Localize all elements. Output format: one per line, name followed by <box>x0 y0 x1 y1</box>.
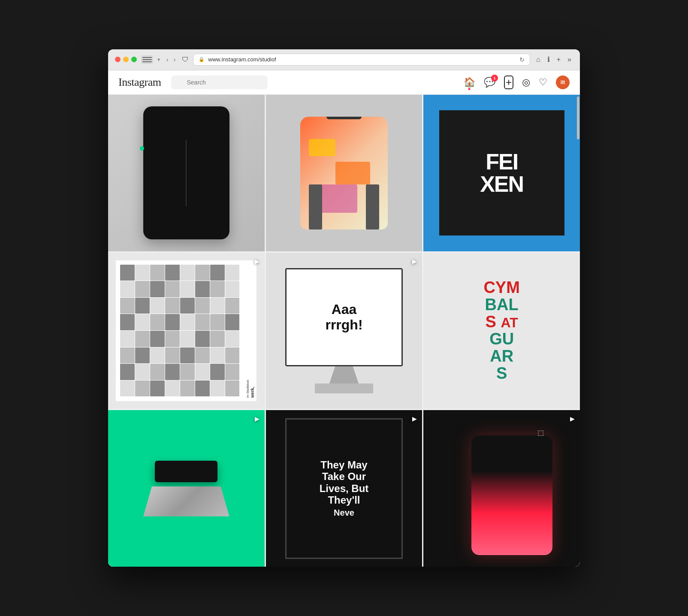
cube <box>120 364 135 380</box>
post-9[interactable]: ⬚ ▶ <box>423 410 580 567</box>
red-glow <box>471 471 553 555</box>
post-8[interactable]: They MayTake OurLives, ButThey'llNeve ▶ <box>266 410 422 567</box>
cube <box>195 347 210 364</box>
search-input[interactable] <box>171 75 268 89</box>
activity-button[interactable]: ♡ <box>539 77 547 88</box>
cube <box>135 281 150 297</box>
address-bar[interactable]: 🔒 www.instagram.com/studiof ↻ <box>193 54 530 66</box>
phone-line <box>186 140 187 206</box>
monitor-screen: Aaarrrgh! <box>285 268 403 366</box>
instagram-app: Instagram 🔍 🏠 💬 1 <box>108 70 580 567</box>
explore-button[interactable]: ◎ <box>522 77 530 88</box>
cube <box>195 298 210 314</box>
post-3[interactable]: FEIXEN <box>423 95 580 251</box>
cube <box>120 265 135 281</box>
cymbals-line-1: CYM BAL S AT GU AR S <box>483 279 519 382</box>
user-avatar[interactable]: ilt <box>556 75 570 89</box>
nav-buttons: ‹ › <box>164 55 178 64</box>
cube <box>135 347 150 364</box>
cube <box>165 380 180 397</box>
post-4[interactable]: werk,im Stadtblock ▶ <box>108 253 265 409</box>
browser-more-button[interactable]: » <box>566 55 573 64</box>
instagram-header: Instagram 🔍 🏠 💬 1 <box>108 70 580 95</box>
cube <box>195 364 210 380</box>
scrollbar-track[interactable] <box>576 95 580 567</box>
cube <box>150 314 165 330</box>
cube <box>150 380 165 397</box>
post-7[interactable]: ▶ <box>108 410 265 567</box>
sidebar-toggle-button[interactable] <box>141 55 153 64</box>
new-post-button[interactable]: + <box>504 75 513 89</box>
post-2[interactable] <box>266 95 422 251</box>
cube <box>180 380 195 397</box>
browser-info-button[interactable]: ℹ <box>546 54 552 64</box>
video-play-icon: ▶ <box>412 415 417 422</box>
backpack-visual <box>289 106 398 239</box>
post-1[interactable] <box>108 95 265 251</box>
traffic-lights <box>115 57 137 62</box>
post-6-image: CYM BAL S AT GU AR S <box>423 253 580 409</box>
cube <box>210 265 225 281</box>
cymbals-s2: S <box>496 364 507 382</box>
cube <box>135 314 150 330</box>
browser-chrome: ▾ ‹ › 🛡 🔒 www.instagram.com/studiof ↻ ⌂ … <box>108 49 580 70</box>
cymbals-gu: GU <box>489 330 514 348</box>
cube <box>210 380 225 397</box>
maximize-button[interactable] <box>131 57 137 62</box>
post-5-image: Aaarrrgh! <box>266 253 422 409</box>
monitor-base <box>315 383 374 393</box>
reload-button[interactable]: ↻ <box>519 56 525 63</box>
werk-label: werk,im Stadtblock <box>244 260 256 401</box>
cube <box>165 314 180 330</box>
back-button[interactable]: ‹ <box>164 55 171 64</box>
cube <box>195 281 210 297</box>
cube <box>120 347 135 364</box>
cube <box>135 265 150 281</box>
backpack-stripe-2 <box>335 162 371 184</box>
minimize-button[interactable] <box>123 57 129 62</box>
forward-button[interactable]: › <box>172 55 178 64</box>
home-nav-button[interactable]: 🏠 <box>464 77 475 88</box>
backpack-strap-right <box>366 184 379 229</box>
cube <box>210 364 225 380</box>
device-pedestal <box>147 461 225 516</box>
messenger-nav-button[interactable]: 💬 1 <box>484 77 495 88</box>
explore-icon: ◎ <box>522 77 530 88</box>
browser-new-tab-button[interactable]: + <box>555 55 562 64</box>
sidebar-toggle-chevron-icon: ▾ <box>157 57 160 63</box>
cube <box>210 314 225 330</box>
cube <box>120 314 135 330</box>
browser-window: ▾ ‹ › 🛡 🔒 www.instagram.com/studiof ↻ ⌂ … <box>108 49 580 567</box>
cube <box>165 265 180 281</box>
feixen-text: FEIXEN <box>480 151 523 195</box>
post-6[interactable]: CYM BAL S AT GU AR S <box>423 253 580 409</box>
video-play-icon: ▶ <box>412 258 417 265</box>
post-7-image <box>108 410 265 567</box>
cube <box>225 298 240 314</box>
green-dot <box>140 146 144 151</box>
instagram-content: FEIXEN <box>108 95 580 567</box>
cube <box>165 281 180 297</box>
cube <box>225 347 240 364</box>
post-2-image <box>266 95 422 251</box>
scrollbar-thumb[interactable] <box>577 97 579 139</box>
cursor-icon: ⬚ <box>537 429 544 437</box>
post-3-image: FEIXEN <box>423 95 580 251</box>
cymbals-at: AT <box>501 315 518 330</box>
cube <box>165 331 180 347</box>
cymbals-ar: AR <box>490 347 513 365</box>
backpack-stripe-1 <box>309 139 335 156</box>
cube <box>210 281 225 297</box>
instagram-logo[interactable]: Instagram <box>118 76 161 89</box>
cube <box>195 380 210 397</box>
cube <box>120 298 135 314</box>
cube <box>195 331 210 347</box>
backpack-handle <box>326 117 362 119</box>
shield-icon: 🛡 <box>182 56 189 63</box>
cube <box>180 281 195 297</box>
post-5[interactable]: Aaarrrgh! ▶ <box>266 253 422 409</box>
browser-titlebar: ▾ ‹ › 🛡 🔒 www.instagram.com/studiof ↻ ⌂ … <box>115 54 573 70</box>
search-wrapper: 🔍 <box>171 75 291 89</box>
close-button[interactable] <box>115 57 121 62</box>
browser-home-button[interactable]: ⌂ <box>534 55 542 64</box>
